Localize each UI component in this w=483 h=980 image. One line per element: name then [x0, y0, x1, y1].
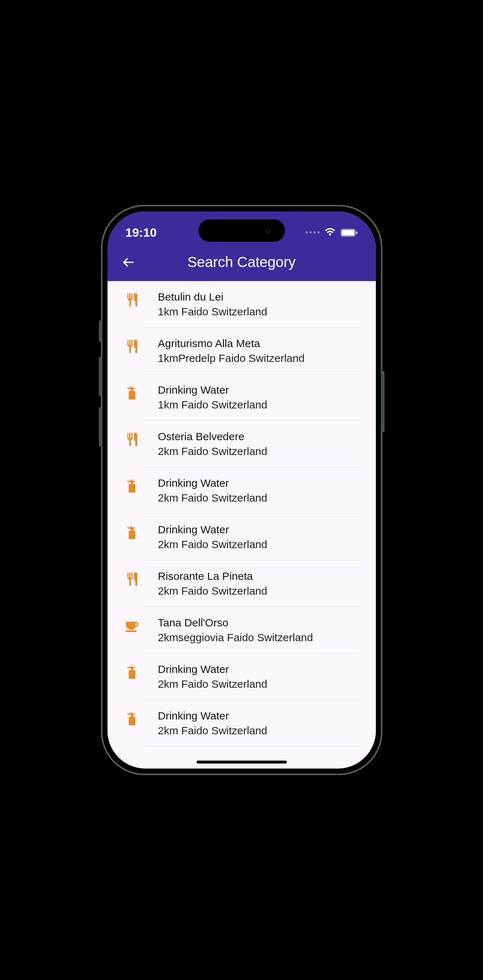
cell-dots-icon: [305, 231, 319, 234]
list-item-text: Drinking Water2km Faido Switzerland: [143, 662, 367, 691]
home-indicator[interactable]: [197, 760, 287, 764]
restaurant-icon: [121, 290, 143, 308]
list-item[interactable]: Betulin du Lei1km Faido Switzerland: [108, 281, 376, 328]
list-item-text: Drinking Water2km Faido Switzerland: [143, 709, 367, 738]
nav-bar: Search Category: [108, 247, 376, 281]
list-item-text: Betulin du Lei1km Faido Switzerland: [143, 290, 367, 319]
list-item-subtitle: 2kmseggiovia Faido Switzerland: [158, 630, 367, 645]
list-item-title: Betulin du Lei: [158, 290, 367, 304]
back-button[interactable]: [118, 252, 138, 272]
list-item[interactable]: Drinking Water1km Faido Switzerland: [108, 374, 376, 421]
list-item-text: Agriturismo Alla Meta1kmPredelp Faido Sw…: [143, 336, 367, 366]
list-item[interactable]: Osteria Belvedere2km Faido Switzerland: [108, 421, 376, 467]
restaurant-icon: [121, 336, 143, 354]
restaurant-icon: [121, 569, 143, 587]
list-item-subtitle: 1kmPredelp Faido Switzerland: [158, 351, 367, 366]
list-item-title: Osteria Belvedere: [158, 430, 367, 444]
results-list[interactable]: Betulin du Lei1km Faido SwitzerlandAgrit…: [108, 281, 376, 746]
list-item-title: Tana Dell'Orso: [158, 616, 367, 630]
list-item[interactable]: Drinking Water2km Faido Switzerland: [108, 700, 376, 746]
list-item-text: Risorante La Pineta2km Faido Switzerland: [143, 569, 367, 598]
restaurant-icon: [121, 430, 143, 447]
water-icon: [121, 383, 143, 401]
list-item-title: Drinking Water: [158, 383, 367, 398]
list-item[interactable]: Agriturismo Alla Meta1kmPredelp Faido Sw…: [108, 328, 376, 374]
list-item-text: Drinking Water2km Faido Switzerland: [143, 522, 367, 552]
list-item-title: Agriturismo Alla Meta: [158, 336, 367, 351]
camera-dot-icon: [265, 228, 271, 234]
list-item[interactable]: Tana Dell'Orso2kmseggiovia Faido Switzer…: [108, 607, 376, 654]
list-item-text: Drinking Water2km Faido Switzerland: [143, 476, 367, 505]
arrow-left-icon: [121, 255, 136, 269]
status-time: 19:10: [126, 226, 157, 240]
list-item-subtitle: 2km Faido Switzerland: [158, 724, 367, 738]
list-item[interactable]: Drinking Water2km Faido Switzerland: [108, 514, 376, 560]
water-icon: [121, 662, 143, 680]
svg-rect-1: [342, 230, 354, 235]
list-item-title: Drinking Water: [158, 522, 367, 537]
list-item[interactable]: Risorante La Pineta2km Faido Switzerland: [108, 560, 376, 607]
wifi-icon: [325, 226, 335, 240]
list-item-subtitle: 2km Faido Switzerland: [158, 584, 367, 598]
list-item-subtitle: 1km Faido Switzerland: [158, 398, 367, 412]
list-item-subtitle: 1km Faido Switzerland: [158, 304, 367, 319]
list-item[interactable]: Drinking Water2km Faido Switzerland: [108, 467, 376, 514]
list-item-subtitle: 2km Faido Switzerland: [158, 444, 367, 459]
page-title: Search Category: [108, 254, 376, 270]
list-item-text: Osteria Belvedere2km Faido Switzerland: [143, 430, 367, 458]
list-item-text: Drinking Water1km Faido Switzerland: [143, 383, 367, 412]
list-item-text: Tana Dell'Orso2kmseggiovia Faido Switzer…: [143, 616, 367, 645]
list-item-title: Drinking Water: [158, 662, 367, 677]
list-item-subtitle: 2km Faido Switzerland: [158, 677, 367, 692]
list-item-title: Drinking Water: [158, 476, 367, 491]
cafe-icon: [121, 616, 143, 633]
water-icon: [121, 522, 143, 541]
list-item-subtitle: 2km Faido Switzerland: [158, 537, 367, 552]
battery-icon: [340, 226, 358, 240]
water-icon: [121, 709, 143, 727]
water-icon: [121, 476, 143, 494]
list-item-title: Drinking Water: [158, 709, 367, 724]
svg-rect-2: [356, 231, 357, 234]
list-item-subtitle: 2km Faido Switzerland: [158, 491, 367, 506]
list-item[interactable]: Drinking Water2km Faido Switzerland: [108, 654, 376, 700]
dynamic-island: [199, 220, 285, 242]
screen: 19:10: [108, 212, 376, 768]
list-item-title: Risorante La Pineta: [158, 569, 367, 584]
